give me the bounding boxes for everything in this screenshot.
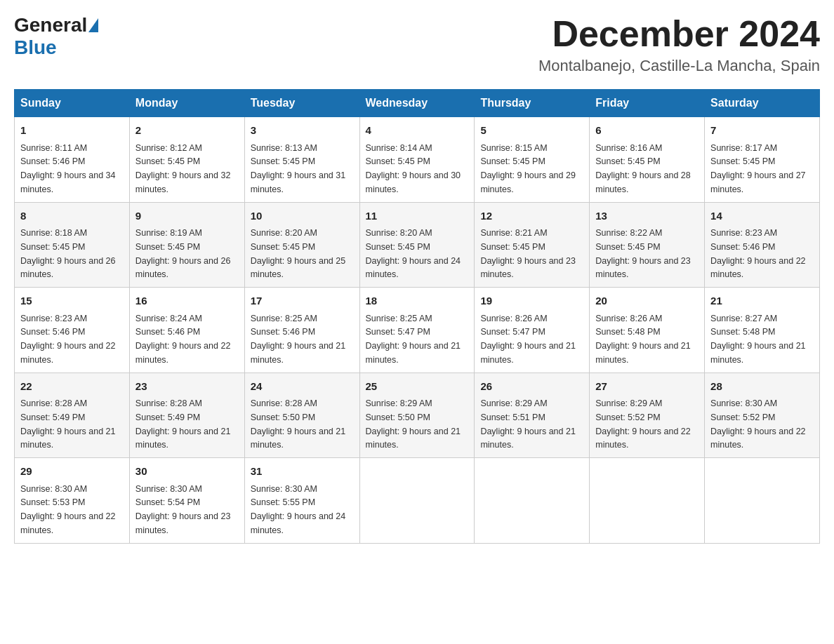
table-row: 16 Sunrise: 8:24 AMSunset: 5:46 PMDaylig… [129,288,244,373]
day-info: Sunrise: 8:18 AMSunset: 5:45 PMDaylight:… [20,228,116,279]
day-info: Sunrise: 8:20 AMSunset: 5:45 PMDaylight:… [251,228,346,279]
col-wednesday: Wednesday [359,90,475,117]
col-sunday: Sunday [15,90,130,117]
table-row: 18 Sunrise: 8:25 AMSunset: 5:47 PMDaylig… [359,288,475,373]
table-row: 6 Sunrise: 8:16 AMSunset: 5:45 PMDayligh… [590,117,705,203]
day-number: 19 [480,293,583,309]
day-info: Sunrise: 8:22 AMSunset: 5:45 PMDaylight:… [595,228,691,279]
day-number: 18 [366,293,469,309]
logo-triangle-icon [88,18,98,32]
day-info: Sunrise: 8:24 AMSunset: 5:46 PMDaylight:… [135,314,231,365]
day-info: Sunrise: 8:25 AMSunset: 5:47 PMDaylight:… [366,314,461,365]
day-number: 1 [20,123,124,139]
day-info: Sunrise: 8:16 AMSunset: 5:45 PMDaylight:… [595,143,691,194]
calendar-row: 8 Sunrise: 8:18 AMSunset: 5:45 PMDayligh… [15,202,820,288]
day-info: Sunrise: 8:28 AMSunset: 5:49 PMDaylight:… [20,398,116,450]
day-info: Sunrise: 8:26 AMSunset: 5:47 PMDaylight:… [480,314,576,365]
title-section: December 2024 Montalbanejo, Castille-La … [538,14,820,75]
table-row: 21 Sunrise: 8:27 AMSunset: 5:48 PMDaylig… [705,288,820,373]
day-number: 11 [366,208,469,224]
calendar-table: Sunday Monday Tuesday Wednesday Thursday… [14,89,820,544]
day-number: 23 [135,379,239,395]
day-number: 3 [251,123,354,139]
day-number: 27 [595,379,699,395]
table-row: 25 Sunrise: 8:29 AMSunset: 5:50 PMDaylig… [359,373,475,458]
table-row: 7 Sunrise: 8:17 AMSunset: 5:45 PMDayligh… [705,117,820,203]
table-row: 14 Sunrise: 8:23 AMSunset: 5:46 PMDaylig… [705,202,820,288]
day-info: Sunrise: 8:21 AMSunset: 5:45 PMDaylight:… [480,228,576,279]
table-row: 3 Sunrise: 8:13 AMSunset: 5:45 PMDayligh… [244,117,359,203]
table-row: 29 Sunrise: 8:30 AMSunset: 5:53 PMDaylig… [15,458,130,544]
day-info: Sunrise: 8:30 AMSunset: 5:53 PMDaylight:… [20,484,116,535]
day-number: 30 [135,464,239,480]
day-number: 21 [710,293,814,309]
day-number: 22 [20,379,124,395]
table-row: 5 Sunrise: 8:15 AMSunset: 5:45 PMDayligh… [475,117,590,203]
day-info: Sunrise: 8:26 AMSunset: 5:48 PMDaylight:… [595,314,691,365]
table-row: 1 Sunrise: 8:11 AMSunset: 5:46 PMDayligh… [15,117,130,203]
day-number: 28 [710,379,814,395]
day-info: Sunrise: 8:29 AMSunset: 5:52 PMDaylight:… [595,398,691,450]
day-number: 16 [135,293,239,309]
day-number: 20 [595,293,699,309]
day-info: Sunrise: 8:30 AMSunset: 5:52 PMDaylight:… [710,398,806,450]
day-info: Sunrise: 8:19 AMSunset: 5:45 PMDaylight:… [135,228,231,279]
calendar-header-row: Sunday Monday Tuesday Wednesday Thursday… [15,90,820,117]
day-info: Sunrise: 8:13 AMSunset: 5:45 PMDaylight:… [251,143,346,194]
day-number: 13 [595,208,699,224]
day-info: Sunrise: 8:14 AMSunset: 5:45 PMDaylight:… [366,143,461,194]
calendar-row: 1 Sunrise: 8:11 AMSunset: 5:46 PMDayligh… [15,117,820,203]
table-row: 9 Sunrise: 8:19 AMSunset: 5:45 PMDayligh… [129,202,244,288]
day-number: 2 [135,123,239,139]
table-row: 30 Sunrise: 8:30 AMSunset: 5:54 PMDaylig… [129,458,244,544]
day-info: Sunrise: 8:11 AMSunset: 5:46 PMDaylight:… [20,143,116,194]
calendar-row: 22 Sunrise: 8:28 AMSunset: 5:49 PMDaylig… [15,373,820,458]
day-info: Sunrise: 8:12 AMSunset: 5:45 PMDaylight:… [135,143,231,194]
day-info: Sunrise: 8:17 AMSunset: 5:45 PMDaylight:… [710,143,806,194]
day-info: Sunrise: 8:30 AMSunset: 5:54 PMDaylight:… [135,484,231,535]
day-number: 26 [480,379,583,395]
month-title: December 2024 [538,14,820,54]
table-row: 19 Sunrise: 8:26 AMSunset: 5:47 PMDaylig… [475,288,590,373]
table-row: 17 Sunrise: 8:25 AMSunset: 5:46 PMDaylig… [244,288,359,373]
table-row [705,458,820,544]
day-info: Sunrise: 8:23 AMSunset: 5:46 PMDaylight:… [710,228,806,279]
logo-blue: Blue [14,36,57,59]
day-info: Sunrise: 8:28 AMSunset: 5:49 PMDaylight:… [135,398,231,450]
col-tuesday: Tuesday [244,90,359,117]
day-number: 31 [251,464,354,480]
table-row: 28 Sunrise: 8:30 AMSunset: 5:52 PMDaylig… [705,373,820,458]
day-info: Sunrise: 8:15 AMSunset: 5:45 PMDaylight:… [480,143,576,194]
day-number: 17 [251,293,354,309]
day-number: 6 [595,123,699,139]
table-row: 23 Sunrise: 8:28 AMSunset: 5:49 PMDaylig… [129,373,244,458]
day-info: Sunrise: 8:28 AMSunset: 5:50 PMDaylight:… [251,398,346,450]
table-row: 4 Sunrise: 8:14 AMSunset: 5:45 PMDayligh… [359,117,475,203]
day-number: 29 [20,464,124,480]
table-row: 10 Sunrise: 8:20 AMSunset: 5:45 PMDaylig… [244,202,359,288]
day-info: Sunrise: 8:27 AMSunset: 5:48 PMDaylight:… [710,314,806,365]
day-number: 12 [480,208,583,224]
col-friday: Friday [590,90,705,117]
table-row: 2 Sunrise: 8:12 AMSunset: 5:45 PMDayligh… [129,117,244,203]
col-monday: Monday [129,90,244,117]
day-number: 8 [20,208,124,224]
col-thursday: Thursday [475,90,590,117]
day-number: 14 [710,208,814,224]
col-saturday: Saturday [705,90,820,117]
logo: General Blue [14,14,100,59]
calendar-row: 29 Sunrise: 8:30 AMSunset: 5:53 PMDaylig… [15,458,820,544]
day-number: 15 [20,293,124,309]
page-header: General Blue December 2024 Montalbanejo,… [14,14,820,75]
table-row: 31 Sunrise: 8:30 AMSunset: 5:55 PMDaylig… [244,458,359,544]
day-info: Sunrise: 8:25 AMSunset: 5:46 PMDaylight:… [251,314,346,365]
day-number: 7 [710,123,814,139]
table-row: 22 Sunrise: 8:28 AMSunset: 5:49 PMDaylig… [15,373,130,458]
day-number: 4 [366,123,469,139]
day-info: Sunrise: 8:23 AMSunset: 5:46 PMDaylight:… [20,314,116,365]
day-number: 5 [480,123,583,139]
day-number: 25 [366,379,469,395]
table-row: 20 Sunrise: 8:26 AMSunset: 5:48 PMDaylig… [590,288,705,373]
day-number: 9 [135,208,239,224]
table-row [359,458,475,544]
